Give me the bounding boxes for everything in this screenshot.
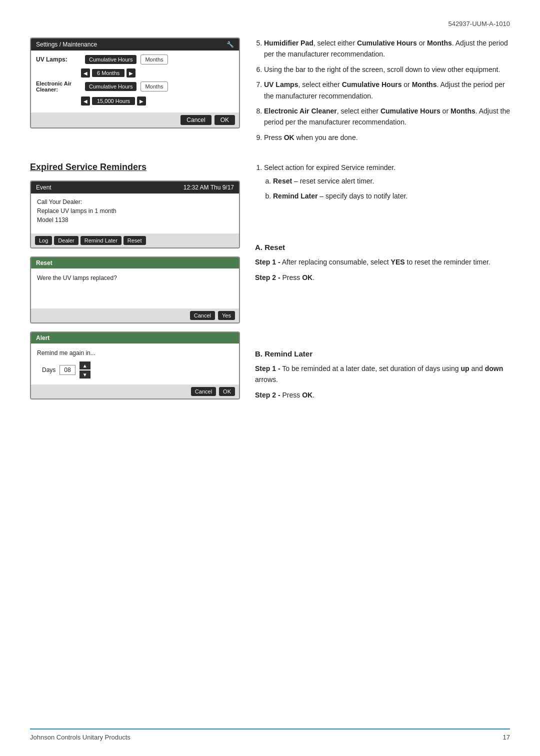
doc-number: 542937-UUM-A-1010 [448,20,510,28]
instruction-item-8: Electronic Air Cleaner, select either Cu… [264,106,510,128]
remind-later-step1: Step 1 - To be reminded at a later date,… [255,363,510,386]
reset-instructions-block: A. Reset Step 1 - After replacing consum… [255,242,510,283]
left-column-top: Settings / Maintenance 🔧 UV Lamps: Cumul… [30,38,240,147]
settings-screen-mockup: Settings / Maintenance 🔧 UV Lamps: Cumul… [30,38,240,128]
event-footer: Log Dealer Remind Later Reset [31,234,239,248]
event-timestamp: 12:32 AM Thu 9/17 [184,184,234,191]
event-label: Event [36,184,52,191]
expired-sub-a: Reset – reset service alert timer. [273,176,510,186]
footer-page-number: 17 [503,734,510,741]
event-header: Event 12:32 AM Thu 9/17 [31,182,239,194]
reset-step2: Step 2 - Press OK. [255,272,510,283]
event-line3: Model 1138 [37,216,233,224]
reset-bold: Reset [273,177,292,185]
reset-question: Were the UV lamps replaced? [37,274,233,282]
event-remind-later-btn[interactable]: Remind Later [80,236,122,245]
uv-cumulative-btn[interactable]: Cumulative Hours [85,55,136,64]
down-bold: down [485,364,504,372]
event-dealer-btn[interactable]: Dealer [54,236,78,245]
page-footer: Johnson Controls Unitary Products 17 [30,728,510,741]
event-reset-btn[interactable]: Reset [124,236,146,245]
alert-days-label: Days [42,366,56,374]
cumulative-hours-bold-5: Cumulative Hours [357,39,417,47]
expired-section-heading: Expired Service Reminders [30,162,240,172]
event-screen-mockup: Event 12:32 AM Thu 9/17 Call Your Dealer… [30,180,240,248]
top-content-area: Settings / Maintenance 🔧 UV Lamps: Cumul… [30,38,510,147]
cumulative-hours-bold-8: Cumula­tive Hours [380,107,440,115]
instruction-item-6: Using the bar to the right of the screen… [264,64,510,75]
alert-down-btn[interactable]: ▼ [80,370,90,378]
alert-body: Remind me again in... Days 08 ▲ ▼ [31,344,239,384]
uv-lamps-bold: UV Lamps [264,80,298,88]
alert-footer: Cancel OK [31,384,239,398]
months-bold-5: Months [427,39,452,47]
reset-yes-btn[interactable]: Yes [218,311,235,320]
alert-cancel-btn[interactable]: Cancel [191,387,216,396]
remind-later-step2: Step 2 - Press OK. [255,390,510,400]
reset-screen-mockup: Reset Were the UV lamps replaced? Cancel… [30,256,240,324]
instructions-list-top: Humidifier Pad, select either Cumulative… [264,38,510,143]
uv-lamps-label: UV Lamps: [36,56,81,63]
up-bold: up [460,364,469,372]
eac-increment-btn[interactable]: ▶ [137,96,146,106]
eac-bold: Electronic Air Cleaner [264,107,337,115]
page-container: 542937-UUM-A-1010 Settings / Maintenance… [0,0,540,756]
alert-ok-btn[interactable]: OK [219,387,235,396]
ok-bold-remind: OK [302,391,312,399]
eac-value: 15,000 Hours [92,97,135,105]
footer-company: Johnson Controls Unitary Products [30,734,130,741]
eac-months-btn[interactable]: Months [140,82,168,92]
reset-step1: Step 1 - After replacing consumable, sel… [255,256,510,268]
uv-lamps-row: UV Lamps: Cumulative Hours Months [36,54,234,64]
left-column-expired: Expired Service Reminders Event 12:32 AM… [30,162,240,408]
alert-days-value: 08 [60,365,75,375]
remind-later-subsection-heading: B. Remind Later [255,348,510,360]
event-log-btn[interactable]: Log [35,236,52,245]
settings-title: Settings / Maintenance [36,41,97,48]
expired-section-area: Expired Service Reminders Event 12:32 AM… [30,162,510,408]
humidifier-pad-bold: Humidifier Pad [264,39,314,47]
alert-days-row: Days 08 ▲ ▼ [42,362,233,378]
settings-icon: 🔧 [226,41,234,48]
right-column-top: Humidifier Pad, select either Cumulative… [255,38,510,147]
expired-sub-b: Remind Later – specify days to notify la… [273,190,510,202]
uv-months-btn[interactable]: Months [140,54,168,64]
expired-instructions-list: Select action for expired Service remind… [264,162,510,202]
remind-later-instructions-block: B. Remind Later Step 1 - To be reminded … [255,348,510,400]
alert-screen-mockup: Alert Remind me again in... Days 08 ▲ ▼ … [30,332,240,400]
reset-header: Reset [31,258,239,268]
eac-row: Electronic AirCleaner: Cumulative Hours … [36,80,234,92]
remind-later-bold: Remind Later [273,192,318,200]
expired-sub-list: Reset – reset service alert timer. Remin… [273,176,510,202]
settings-footer: Cancel OK [31,112,239,128]
event-body: Call Your Dealer: Replace UV lamps in 1 … [31,194,239,234]
alert-question: Remind me again in... [37,350,233,356]
settings-cancel-btn[interactable]: Cancel [180,115,211,125]
reset-subsection-heading: A. Reset [255,242,510,254]
ok-bold-reset: OK [302,274,312,282]
event-line2: Replace UV lamps in 1 month [37,208,233,214]
instruction-item-7: UV Lamps, select either Cumulative Hours… [264,79,510,102]
uv-stepper-row: ◀ 6 Months ▶ [81,68,234,78]
settings-ok-btn[interactable]: OK [214,115,235,125]
reset-step1-label: Step 1 - [255,258,280,266]
months-bold-7: Months [412,80,437,88]
expired-instruction-1: Select action for expired Service remind… [264,162,510,202]
uv-decrement-btn[interactable]: ◀ [81,68,90,78]
ok-bold-9: OK [284,134,294,142]
instruction-item-5: Humidifier Pad, select either Cumulative… [264,38,510,60]
page-header: 542937-UUM-A-1010 [30,20,510,28]
event-line1: Call Your Dealer: [37,198,233,206]
alert-arrows: ▲ ▼ [80,362,90,378]
uv-increment-btn[interactable]: ▶ [126,68,136,78]
reset-cancel-btn[interactable]: Cancel [190,311,215,320]
instruction-item-9: Press OK when you are done. [264,132,510,143]
settings-titlebar: Settings / Maintenance 🔧 [31,38,239,50]
eac-decrement-btn[interactable]: ◀ [81,96,90,106]
uv-value: 6 Months [92,69,124,77]
eac-cumulative-btn[interactable]: Cumulative Hours [85,82,136,91]
alert-up-btn[interactable]: ▲ [80,362,90,370]
months-bold-8: Months [450,107,476,115]
yes-bold: YES [391,258,405,266]
remind-later-step1-label: Step 1 - [255,364,280,372]
